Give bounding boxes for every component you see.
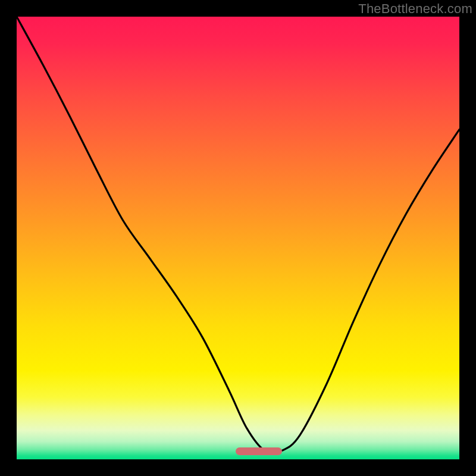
optimal-range-marker: [236, 447, 281, 455]
plot-area: [17, 17, 459, 459]
watermark-text: TheBottleneck.com: [358, 1, 472, 17]
chart-frame: TheBottleneck.com: [0, 0, 476, 476]
bottleneck-curve: [17, 17, 459, 459]
